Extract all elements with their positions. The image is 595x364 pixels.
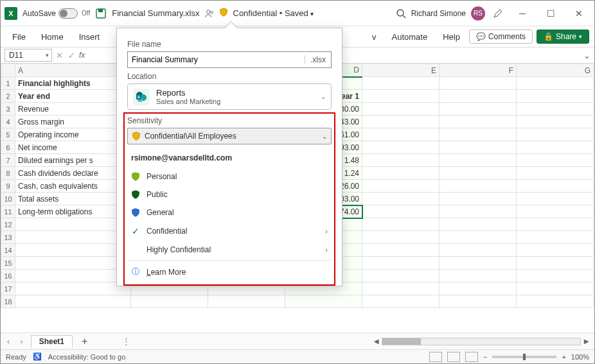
row-header[interactable]: 4 xyxy=(1,116,15,128)
cell[interactable] xyxy=(285,295,362,308)
cell[interactable] xyxy=(440,77,517,90)
cell[interactable] xyxy=(362,141,440,154)
share-button[interactable]: 🔒 Share ▾ xyxy=(537,30,589,44)
cell[interactable]: Financial highlights xyxy=(15,77,131,90)
cell[interactable] xyxy=(440,103,517,116)
toggle-switch[interactable] xyxy=(58,8,78,19)
sheet-tab-sheet1[interactable]: Sheet1 xyxy=(31,335,73,347)
cell[interactable] xyxy=(517,141,594,154)
cell[interactable] xyxy=(362,205,440,218)
sensitivity-dropdown[interactable]: Confidential\All Employees ⌄ xyxy=(127,128,332,144)
column-header-G[interactable]: G xyxy=(517,64,594,77)
cell[interactable]: Revenue xyxy=(15,103,131,116)
cell[interactable] xyxy=(440,295,517,308)
search-icon[interactable] xyxy=(396,8,406,19)
row-header[interactable]: 15 xyxy=(1,257,15,270)
cell[interactable] xyxy=(362,103,440,116)
cell[interactable] xyxy=(440,244,517,257)
scrollbar-thumb[interactable] xyxy=(382,338,421,345)
cell[interactable] xyxy=(440,128,517,141)
view-page-break-icon[interactable] xyxy=(465,352,478,362)
sheet-next-icon[interactable]: › xyxy=(17,336,25,346)
cell[interactable] xyxy=(362,257,440,270)
row-header[interactable]: 18 xyxy=(1,295,15,308)
cell[interactable] xyxy=(517,257,594,270)
cell[interactable] xyxy=(440,116,517,128)
row-header[interactable]: 1 xyxy=(1,77,15,90)
view-page-layout-icon[interactable] xyxy=(447,352,460,362)
cell[interactable] xyxy=(517,193,594,205)
cell[interactable] xyxy=(362,295,440,308)
shared-icon[interactable] xyxy=(205,9,214,18)
save-icon[interactable] xyxy=(95,8,107,19)
sensitivity-badge[interactable]: Confidential • Saved ▾ xyxy=(233,8,314,18)
cell[interactable] xyxy=(362,218,440,231)
scroll-left-icon[interactable]: ◄ xyxy=(372,336,380,346)
cell[interactable] xyxy=(362,231,440,244)
maximize-button[interactable]: ☐ xyxy=(539,4,562,22)
cell[interactable] xyxy=(15,270,131,282)
cell[interactable] xyxy=(362,282,440,295)
row-header[interactable]: 3 xyxy=(1,103,15,116)
cell[interactable] xyxy=(517,205,594,218)
sensitivity-option-public[interactable]: Public xyxy=(127,186,332,204)
cell[interactable] xyxy=(362,167,440,180)
horizontal-scrollbar[interactable] xyxy=(382,338,581,345)
row-header[interactable]: 12 xyxy=(1,218,15,231)
tab-automate[interactable]: Automate xyxy=(386,30,434,44)
cell[interactable] xyxy=(517,128,594,141)
name-box[interactable]: D11 ▾ xyxy=(4,49,52,62)
cell[interactable] xyxy=(440,257,517,270)
tab-insert[interactable]: Insert xyxy=(73,30,107,44)
file-name-input[interactable] xyxy=(128,55,305,64)
row-header[interactable]: 10 xyxy=(1,193,15,205)
scroll-right-icon[interactable]: ► xyxy=(582,336,591,346)
cell[interactable] xyxy=(440,270,517,282)
tab-hidden-suffix[interactable]: v xyxy=(366,30,383,44)
cell[interactable] xyxy=(440,193,517,205)
tab-home[interactable]: Home xyxy=(35,30,70,44)
tab-file[interactable]: File xyxy=(6,30,32,44)
enter-icon[interactable]: ✓ xyxy=(67,51,76,60)
pen-icon[interactable] xyxy=(490,8,506,19)
cell[interactable]: Diluted earnings per s xyxy=(15,154,131,167)
cell[interactable] xyxy=(517,180,594,193)
cell[interactable] xyxy=(362,180,440,193)
column-header-A[interactable]: A xyxy=(15,64,131,77)
file-extension[interactable]: .xlsx xyxy=(305,55,331,64)
cell[interactable] xyxy=(362,128,440,141)
add-sheet-button[interactable]: + xyxy=(78,336,91,347)
row-header[interactable]: 6 xyxy=(1,141,15,154)
accessibility-icon[interactable]: ♿ xyxy=(33,352,42,361)
cell[interactable] xyxy=(517,154,594,167)
cell[interactable] xyxy=(517,282,594,295)
cell[interactable] xyxy=(362,90,440,103)
cell[interactable] xyxy=(362,244,440,257)
sensitivity-option-confidential[interactable]: ✓ Confidential › xyxy=(127,221,332,241)
zoom-level[interactable]: 100% xyxy=(571,353,589,361)
row-header[interactable]: 13 xyxy=(1,231,15,244)
cell[interactable] xyxy=(131,295,208,308)
user-name[interactable]: Richard Simone xyxy=(411,9,466,18)
cell[interactable] xyxy=(440,231,517,244)
table-row[interactable]: 18 xyxy=(1,295,594,308)
row-header[interactable]: 14 xyxy=(1,244,15,257)
accessibility-status[interactable]: Accessibility: Good to go xyxy=(48,353,125,361)
close-button[interactable]: ✕ xyxy=(567,4,591,22)
zoom-slider[interactable] xyxy=(492,356,556,358)
sheet-prev-icon[interactable]: ‹ xyxy=(4,336,12,346)
cell[interactable] xyxy=(517,167,594,180)
comments-button[interactable]: 💬 Comments xyxy=(469,30,533,44)
fx-icon[interactable]: fx xyxy=(79,51,85,60)
cell[interactable] xyxy=(15,295,131,308)
file-name-field[interactable]: .xlsx xyxy=(127,51,332,68)
cell[interactable] xyxy=(440,154,517,167)
cell[interactable] xyxy=(440,167,517,180)
cell[interactable] xyxy=(15,218,131,231)
row-header[interactable]: 16 xyxy=(1,270,15,282)
user-avatar[interactable]: RS xyxy=(471,6,485,21)
cell[interactable]: Gross margin xyxy=(15,116,131,128)
cell[interactable] xyxy=(517,218,594,231)
cell[interactable] xyxy=(440,218,517,231)
cell[interactable]: Total assets xyxy=(15,193,131,205)
